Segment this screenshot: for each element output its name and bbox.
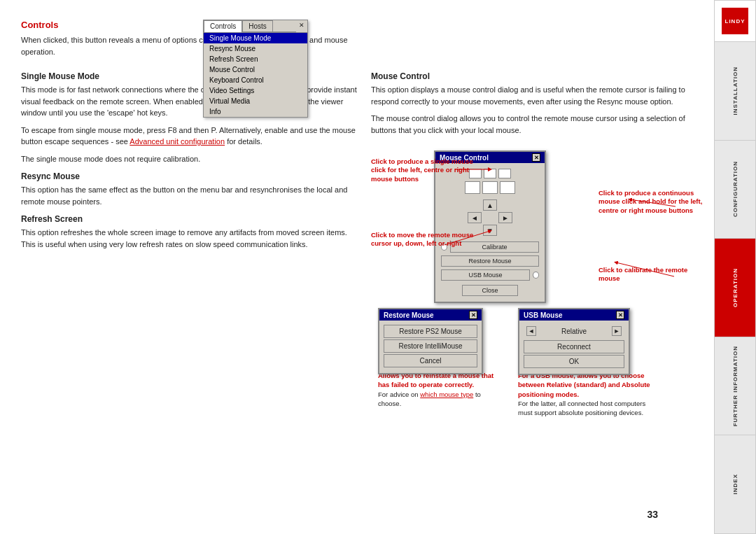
usb-body: ◄ Relative ► Reconnect OK bbox=[519, 321, 629, 374]
restore-cancel-btn[interactable]: Cancel bbox=[384, 354, 477, 367]
usb-radio[interactable] bbox=[533, 272, 539, 279]
restore-close-btn[interactable]: ✕ bbox=[469, 311, 477, 319]
callout-calibrate: Click to calibrate the remote mouse bbox=[598, 266, 710, 283]
sidebar: LINDY INSTALLATION CONFIGURATION OPERATI… bbox=[714, 0, 756, 534]
mouse-control-text1: This option displays a mouse control dia… bbox=[371, 84, 693, 107]
refresh-screen-text: This option refreshes the whole screen i… bbox=[21, 227, 357, 250]
menu-item-refresh[interactable]: Refresh Screen bbox=[204, 54, 307, 64]
restore-mouse-dialog: Restore Mouse ✕ Restore PS2 Mouse Restor… bbox=[378, 308, 483, 374]
sidebar-tab-installation[interactable]: INSTALLATION bbox=[714, 42, 756, 141]
advanced-unit-link[interactable]: Advanced unit configuration bbox=[130, 137, 225, 146]
sidebar-tabs: INSTALLATION CONFIGURATION OPERATION FUR… bbox=[714, 42, 756, 534]
center-hold-btn[interactable] bbox=[482, 181, 498, 194]
sidebar-tab-further-info[interactable]: FURTHER INFORMATION bbox=[714, 337, 756, 436]
left-arrow-btn[interactable]: ◄ bbox=[468, 212, 482, 223]
right-arrow-btn[interactable]: ► bbox=[498, 212, 512, 223]
page-title: Controls bbox=[21, 20, 693, 30]
menu-item-mouse-control[interactable]: Mouse Control bbox=[204, 64, 307, 75]
sidebar-tab-configuration-label: CONFIGURATION bbox=[732, 161, 738, 217]
restore-ps2-btn[interactable]: Restore PS2 Mouse bbox=[384, 325, 477, 338]
mouse-control-close[interactable]: ✕ bbox=[532, 153, 540, 162]
down-arrow-btn[interactable]: ▼ bbox=[483, 225, 497, 236]
restore-body: Restore PS2 Mouse Restore IntelliMouse C… bbox=[379, 321, 482, 373]
restore-mouse-btn[interactable]: Restore Mouse bbox=[441, 255, 539, 267]
lindy-inner: LINDY bbox=[722, 8, 748, 34]
single-mouse-escape-text: To escape from single mouse mode, press … bbox=[21, 125, 357, 148]
menu-header: Controls Hosts ✕ bbox=[204, 20, 307, 33]
mouse-control-title: Mouse Control bbox=[371, 71, 693, 81]
callout-move-remote: Click to move the remote mouse cursor up… bbox=[371, 231, 483, 248]
restore-intellimouse-btn[interactable]: Restore IntelliMouse bbox=[384, 339, 477, 353]
menu-item-virtual-media[interactable]: Virtual Media bbox=[204, 96, 307, 106]
usb-titlebar: USB Mouse ✕ bbox=[519, 309, 629, 321]
resync-mouse-text: This option has the same effect as the b… bbox=[21, 184, 357, 207]
refresh-screen-title: Refresh Screen bbox=[21, 214, 357, 224]
mouse-control-text2: The mouse control dialog allows you to c… bbox=[371, 113, 693, 136]
controls-menu-mockup: Controls Hosts ✕ Single Mouse Mode Resyn… bbox=[203, 20, 308, 118]
usb-next-btn[interactable]: ► bbox=[612, 326, 622, 336]
sidebar-tab-operation-label: OPERATION bbox=[732, 268, 738, 307]
restore-titlebar: Restore Mouse ✕ bbox=[379, 309, 482, 321]
menu-close-icon[interactable]: ✕ bbox=[296, 20, 307, 32]
usb-reconnect-btn[interactable]: Reconnect bbox=[524, 340, 624, 353]
resync-mouse-title: Resync Mouse bbox=[21, 171, 357, 181]
menu-tab-hosts[interactable]: Hosts bbox=[242, 20, 273, 32]
right-hold-btn[interactable] bbox=[500, 181, 515, 194]
usb-relative-row: ◄ Relative ► bbox=[524, 325, 624, 337]
restore-mouse-row: Restore Mouse bbox=[441, 255, 539, 267]
usb-mouse-btn[interactable]: USB Mouse bbox=[441, 269, 530, 281]
single-mouse-no-cal: The single mouse mode does not require c… bbox=[21, 153, 357, 165]
usb-ok-btn[interactable]: OK bbox=[524, 355, 624, 368]
menu-item-resync[interactable]: Resync Mouse bbox=[204, 43, 307, 54]
right-click-btn[interactable] bbox=[498, 169, 511, 178]
usb-option-text: Relative bbox=[538, 328, 610, 335]
usb-for-text: For a USB mouse, allows you to choose be… bbox=[518, 372, 650, 398]
usb-prev-btn[interactable]: ◄ bbox=[526, 326, 536, 336]
usb-mouse-dialog: USB Mouse ✕ ◄ Relative ► Reconnect OK bbox=[518, 308, 630, 375]
restore-title-text: Restore Mouse bbox=[384, 311, 434, 319]
up-arrow-btn[interactable]: ▲ bbox=[483, 199, 497, 211]
sidebar-tab-installation-label: INSTALLATION bbox=[732, 66, 738, 115]
center-click-btn[interactable] bbox=[484, 169, 496, 178]
sidebar-tab-further-info-label: FURTHER INFORMATION bbox=[732, 346, 738, 426]
menu-item-single-mouse[interactable]: Single Mouse Mode bbox=[204, 33, 307, 43]
which-mouse-link[interactable]: which mouse type bbox=[420, 391, 473, 398]
sidebar-tab-configuration[interactable]: CONFIGURATION bbox=[714, 141, 756, 239]
page-number: 33 bbox=[647, 509, 658, 520]
callout-continuous: Click to produce a continuous mouse clic… bbox=[598, 189, 710, 215]
usb-title-text: USB Mouse bbox=[524, 311, 563, 319]
callout-single-click: Click to produce a single mouse click fo… bbox=[371, 157, 483, 183]
restore-annotation: Allows you to reinstate a mouse that has… bbox=[378, 371, 504, 408]
sidebar-tab-operation[interactable]: OPERATION bbox=[714, 239, 756, 337]
two-col-layout: Single Mouse Mode This mode is for fast … bbox=[21, 64, 693, 255]
lindy-text: LINDY bbox=[725, 18, 746, 24]
sidebar-tab-index[interactable]: INDEX bbox=[714, 435, 756, 534]
menu-item-video[interactable]: Video Settings bbox=[204, 85, 307, 96]
sidebar-tab-index-label: INDEX bbox=[732, 474, 738, 494]
close-btn[interactable]: Close bbox=[462, 285, 518, 296]
menu-tab-controls[interactable]: Controls bbox=[204, 20, 242, 32]
usb-annotation: For a USB mouse, allows you to choose be… bbox=[518, 371, 658, 417]
usb-mouse-row: USB Mouse bbox=[441, 269, 539, 281]
lindy-logo: LINDY bbox=[714, 0, 756, 42]
menu-item-keyboard[interactable]: Keyboard Control bbox=[204, 75, 307, 85]
usb-close-btn[interactable]: ✕ bbox=[616, 311, 624, 319]
menu-item-info[interactable]: Info bbox=[204, 106, 307, 117]
